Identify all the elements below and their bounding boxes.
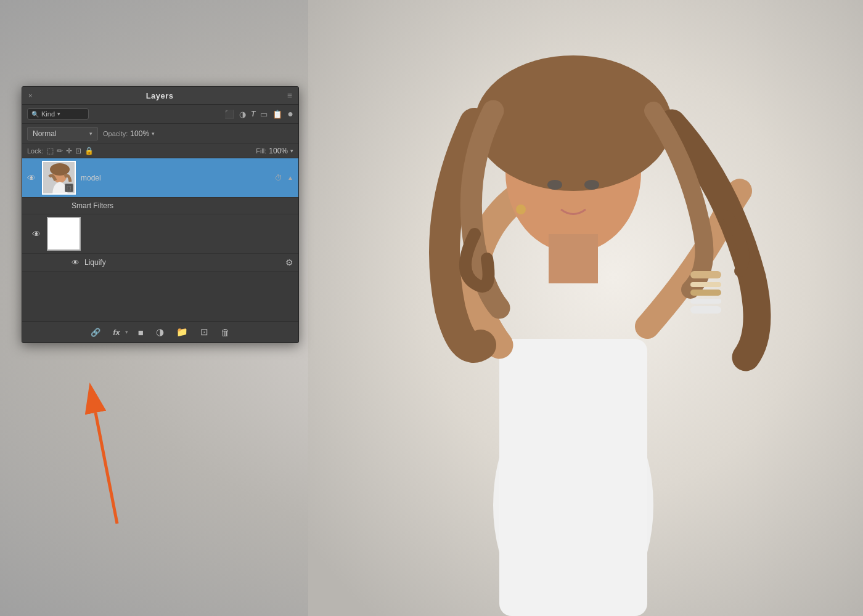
filter-pixel-icon[interactable]: ⬛	[224, 110, 234, 119]
smart-filters-label: Smart Filters	[72, 201, 113, 210]
panel-toolbar: 🔗 fx ▾ ■ ◑ 📁 ⊡ 🗑	[22, 321, 298, 342]
svg-point-5	[475, 55, 672, 191]
panel-titlebar: × Layers ≡	[22, 87, 298, 105]
liquify-name: Liquify	[84, 258, 280, 267]
toolbar-link-button[interactable]: 🔗	[88, 326, 103, 338]
layer-model-filter-icon: ⏱	[275, 174, 282, 182]
svg-point-13	[516, 205, 526, 214]
toolbar-fx-arrow: ▾	[125, 329, 128, 335]
opacity-value[interactable]: 100%	[130, 129, 149, 138]
filter-smart-icon[interactable]: 📋	[272, 110, 282, 119]
fill-value[interactable]: 100%	[269, 147, 288, 155]
filter-icons-group: ⬛ ◑ T ▭ 📋 ●	[92, 108, 293, 120]
kind-arrow: ▾	[57, 111, 60, 117]
panel-close-button[interactable]: ×	[28, 92, 32, 99]
fill-label: Fill:	[256, 147, 266, 155]
lock-transparent-icon[interactable]: ⬚	[47, 147, 54, 155]
lock-row: Lock: ⬚ ✏ ✛ ⊡ 🔒 Fill: 100% ▾	[22, 144, 298, 158]
liquify-visibility-icon[interactable]: 👁	[72, 258, 80, 267]
blend-mode-dropdown[interactable]: Normal ▾	[27, 127, 98, 140]
toolbar-new-fill-button[interactable]: ■	[136, 326, 146, 339]
layer-model-visibility-icon[interactable]: 👁	[27, 173, 37, 183]
svg-rect-2	[499, 339, 647, 616]
opacity-arrow-icon: ▾	[152, 131, 155, 137]
fill-arrow-icon: ▾	[290, 148, 293, 154]
smart-filters-header: Smart Filters	[22, 198, 298, 214]
toolbar-adjustment-button[interactable]: ◑	[153, 325, 166, 339]
opacity-label: Opacity:	[103, 130, 128, 137]
blend-opacity-row: Normal ▾ Opacity: 100% ▾	[22, 124, 298, 144]
layers-panel: × Layers ≡ 🔍 Kind ▾ ⬛ ◑ T ▭ 📋 ● Normal ▾…	[22, 86, 299, 343]
smart-filter-mask-row[interactable]: 👁	[22, 214, 298, 254]
svg-rect-4	[549, 234, 598, 283]
panel-title: Layers	[146, 91, 174, 100]
panel-close-area: ×	[28, 92, 32, 99]
lock-icons-group: ⬚ ✏ ✛ ⊡ 🔒	[47, 147, 94, 155]
toolbar-fx-button[interactable]: fx	[110, 326, 123, 338]
opacity-section: Opacity: 100% ▾	[103, 129, 293, 138]
toolbar-group-button[interactable]: 📁	[174, 325, 190, 339]
model-photo	[308, 0, 863, 616]
layers-list: 👁 ⬚ model ⏱ ▲ Smart Filt	[22, 158, 298, 321]
lock-pixels-icon[interactable]: ✏	[57, 147, 63, 155]
lock-artboard-icon[interactable]: ⊡	[75, 147, 81, 155]
svg-point-7	[584, 180, 599, 190]
liquify-settings-icon[interactable]: ⚙	[285, 257, 293, 267]
layer-model-expand-icon[interactable]: ▲	[287, 174, 293, 181]
filter-kind-dropdown[interactable]: 🔍 Kind ▾	[27, 108, 89, 120]
layer-model-name: model	[81, 174, 270, 182]
svg-rect-11	[690, 299, 721, 304]
blend-arrow-icon: ▾	[89, 131, 92, 137]
search-icon: 🔍	[31, 111, 39, 118]
smart-filter-mask-visibility-icon[interactable]: 👁	[32, 229, 42, 239]
svg-rect-12	[690, 306, 721, 314]
fill-section: Fill: 100% ▾	[256, 147, 293, 155]
filter-row: 🔍 Kind ▾ ⬛ ◑ T ▭ 📋 ●	[22, 105, 298, 124]
svg-rect-9	[690, 282, 721, 287]
filter-type-icon[interactable]: T	[251, 110, 255, 118]
svg-point-6	[547, 180, 562, 190]
smart-filter-thumbnail	[47, 217, 81, 251]
toolbar-new-layer-button[interactable]: ⊡	[198, 325, 211, 339]
svg-rect-8	[690, 271, 721, 278]
blend-mode-label: Normal	[33, 129, 87, 138]
filter-adjustment-icon[interactable]: ◑	[239, 110, 246, 119]
lock-position-icon[interactable]: ✛	[66, 147, 72, 155]
layer-model[interactable]: 👁 ⬚ model ⏱ ▲	[22, 158, 298, 198]
filter-pixel2-icon[interactable]: ●	[287, 108, 293, 120]
toolbar-delete-button[interactable]: 🗑	[218, 326, 232, 339]
svg-rect-17	[48, 218, 81, 251]
svg-point-16	[50, 163, 70, 176]
panel-menu-icon[interactable]: ≡	[287, 91, 292, 100]
layers-spacer	[22, 272, 298, 321]
filter-shape-icon[interactable]: ▭	[260, 110, 268, 119]
layer-model-thumbnail: ⬚	[42, 161, 76, 195]
kind-label: Kind	[41, 110, 55, 118]
lock-label: Lock:	[27, 147, 43, 155]
svg-rect-10	[690, 290, 721, 296]
liquify-row[interactable]: 👁 Liquify ⚙	[22, 254, 298, 272]
lock-all-icon[interactable]: 🔒	[84, 147, 94, 155]
